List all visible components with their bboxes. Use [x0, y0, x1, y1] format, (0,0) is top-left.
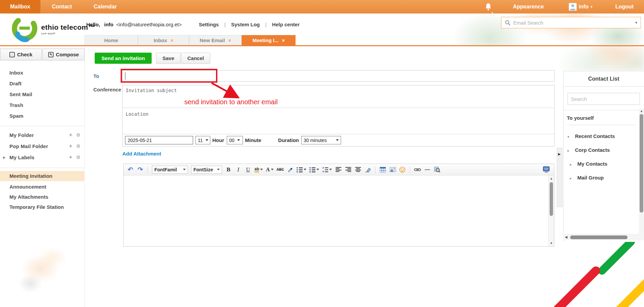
editor-content-area[interactable] [124, 175, 554, 246]
font-size-select[interactable]: FontSize [191, 166, 222, 174]
to-yourself-item[interactable]: To yourself [567, 115, 636, 125]
sidebar-item-my-attachments[interactable]: My Attachments [0, 192, 85, 202]
contact-list-title: Contact List [563, 71, 644, 87]
underline-icon[interactable]: U [245, 166, 251, 174]
sidebar-item-spam[interactable]: Spam [9, 113, 24, 119]
label-settings-icon[interactable]: ⚙ [76, 155, 81, 160]
email-search-input[interactable] [513, 20, 635, 26]
preview-icon[interactable] [434, 166, 440, 174]
add-pop-folder-icon[interactable]: + [69, 143, 72, 149]
format-painter-icon[interactable] [287, 166, 294, 174]
redo-icon[interactable]: ↷ [137, 166, 144, 174]
emoji-icon[interactable] [399, 166, 406, 174]
location-field[interactable]: Location [123, 108, 554, 134]
highlight-color-icon[interactable]: ab [254, 166, 263, 174]
search-dropdown-icon[interactable]: ▾ [635, 20, 637, 25]
green-stripe-decoration [596, 236, 637, 276]
contact-panel-hscrollbar[interactable]: ◀ [563, 234, 644, 240]
tree-my-contacts[interactable]: ▸ My Contacts [568, 161, 644, 167]
sidebar-item-meeting-invitation[interactable]: Meeting Invitation [0, 171, 85, 181]
scroll-up-icon[interactable]: ▲ [639, 109, 644, 113]
tree-corp-contacts[interactable]: ▸ Corp Contacts [568, 147, 644, 153]
eraser-icon[interactable] [364, 166, 371, 174]
add-folder-icon[interactable]: + [69, 132, 72, 138]
undo-icon[interactable]: ↶ [127, 166, 134, 174]
compose-button[interactable]: ✎ Compose [42, 49, 85, 60]
logout-button[interactable]: Logout [615, 0, 634, 13]
sidebar-item-my-folder[interactable]: My Folder [9, 132, 34, 138]
sidebar-item-pop-mail-folder[interactable]: Pop Mail Folder [9, 143, 48, 149]
help-center-link[interactable]: Help center [272, 22, 300, 27]
add-attachment-link[interactable]: Add Attachment [122, 151, 161, 157]
panel-divider [563, 110, 644, 110]
scroll-up-icon[interactable]: ▲ [549, 177, 554, 180]
contact-search-box [568, 93, 640, 105]
hour-select[interactable]: 11 [195, 136, 210, 144]
send-invitation-button[interactable]: Send an invitation [95, 53, 152, 64]
minute-select[interactable]: 00 [227, 136, 243, 144]
nav-contact[interactable]: Contact [42, 0, 82, 13]
tree-recent-contacts[interactable]: ▾ Recent Contacts [568, 133, 644, 139]
sidebar-item-trash[interactable]: Trash [9, 102, 23, 108]
sidebar-item-draft[interactable]: Draft [9, 81, 22, 86]
tab-meeting-invitation[interactable]: Meeting I...× [242, 35, 296, 45]
check-button[interactable]: ↓ Check [0, 49, 42, 60]
contact-panel-scrollbar[interactable]: ▲ [639, 109, 644, 234]
italic-icon[interactable]: I [235, 166, 242, 174]
sidebar-item-announcement[interactable]: Announcement [0, 182, 85, 192]
tab-new-email[interactable]: New Email× [189, 35, 242, 45]
rich-text-editor: ↶ ↷ FontFamil FontSize B I U ab A ABC [123, 164, 554, 247]
save-button[interactable]: Save [156, 53, 181, 64]
bullet-list-icon[interactable] [309, 166, 319, 174]
sidebar-item-sent-mail[interactable]: Sent Mail [9, 91, 32, 97]
folder-settings-icon[interactable]: ⚙ [76, 132, 81, 138]
tree-mail-group[interactable]: ▸ Mail Group [568, 175, 644, 180]
horizontal-rule-icon[interactable]: — [424, 166, 431, 174]
insert-link-icon[interactable] [414, 166, 421, 174]
line-height-icon[interactable] [322, 166, 332, 174]
editor-scrollbar[interactable]: ▲ ▼ [548, 175, 554, 246]
close-icon[interactable]: × [171, 38, 173, 43]
sidebar-item-temporary-file-station[interactable]: Temporary File Station [0, 202, 85, 212]
expand-labels-icon[interactable]: ▶ [3, 156, 6, 159]
settings-link[interactable]: Settings [199, 22, 219, 27]
sidebar-item-inbox[interactable]: Inbox [9, 70, 23, 76]
duration-select[interactable]: 30 minutes [301, 136, 341, 144]
scroll-left-icon[interactable]: ◀ [565, 235, 568, 239]
nav-calendar[interactable]: Calendar [84, 0, 127, 13]
font-family-select[interactable]: FontFamil [152, 166, 188, 174]
insert-image-icon[interactable] [389, 166, 396, 174]
fullscreen-icon[interactable] [543, 166, 550, 174]
cancel-button[interactable]: Cancel [181, 53, 210, 64]
compose-label: Compose [56, 52, 79, 57]
notification-bell-icon[interactable]: 1 [485, 3, 492, 17]
font-color-icon[interactable]: A [266, 166, 274, 174]
close-icon[interactable]: × [282, 38, 285, 43]
logo[interactable]: ethio telecom™ ኢትዮ ቴሌኮም [11, 16, 95, 43]
contact-search-input[interactable] [571, 96, 638, 102]
insert-table-icon[interactable] [379, 166, 386, 174]
tab-home[interactable]: Home [85, 35, 138, 45]
sidebar-item-my-labels[interactable]: My Labels [9, 155, 34, 160]
bold-icon[interactable]: B [225, 166, 232, 174]
date-input[interactable] [125, 136, 193, 144]
align-left-icon[interactable] [335, 166, 342, 174]
nav-mailbox[interactable]: Mailbox [0, 0, 40, 13]
user-menu[interactable]: info ▾ [569, 0, 592, 13]
strikethrough-icon[interactable]: ABC [277, 166, 284, 174]
align-center-icon[interactable] [355, 166, 361, 174]
editor-scroll-thumb[interactable] [550, 182, 553, 216]
scroll-down-icon[interactable]: ▼ [549, 242, 554, 245]
ordered-list-icon[interactable] [297, 166, 306, 174]
close-icon[interactable]: × [228, 38, 231, 43]
tab-inbox[interactable]: Inbox× [138, 35, 189, 45]
pop-folder-settings-icon[interactable]: ⚙ [76, 143, 81, 149]
system-log-link[interactable]: System Log [231, 22, 260, 27]
add-label-icon[interactable]: + [69, 154, 72, 160]
greeting-username: info [104, 22, 114, 27]
contact-hscroll-thumb[interactable] [570, 235, 627, 239]
panel-collapse-handle[interactable]: ▶ [557, 148, 562, 207]
appearance-button[interactable]: Appearence [513, 0, 544, 13]
align-right-icon[interactable] [345, 166, 351, 174]
contact-scroll-thumb[interactable] [640, 114, 643, 213]
